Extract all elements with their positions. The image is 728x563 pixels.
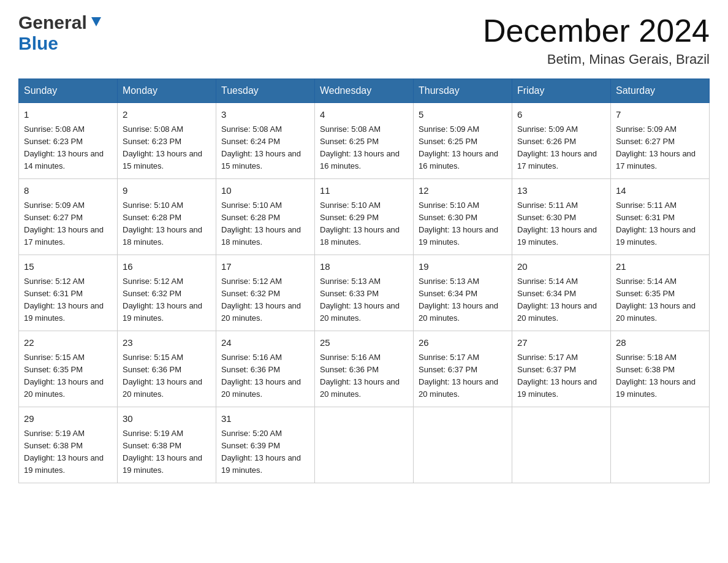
calendar-day-cell: 2Sunrise: 5:08 AMSunset: 6:23 PMDaylight… [118, 103, 216, 179]
day-info: Sunrise: 5:14 AMSunset: 6:34 PMDaylight:… [517, 275, 605, 325]
day-info: Sunrise: 5:11 AMSunset: 6:30 PMDaylight:… [517, 199, 605, 249]
day-number: 17 [221, 260, 309, 274]
day-info: Sunrise: 5:13 AMSunset: 6:33 PMDaylight:… [320, 275, 408, 325]
calendar-day-cell: 21Sunrise: 5:14 AMSunset: 6:35 PMDayligh… [611, 255, 710, 331]
day-number: 19 [419, 260, 507, 274]
calendar-day-cell: 15Sunrise: 5:12 AMSunset: 6:31 PMDayligh… [19, 255, 118, 331]
day-number: 14 [616, 184, 704, 198]
day-number: 25 [320, 336, 408, 350]
day-number: 4 [320, 108, 408, 122]
month-title: December 2024 [483, 12, 710, 49]
calendar-day-cell: 10Sunrise: 5:10 AMSunset: 6:28 PMDayligh… [216, 179, 315, 255]
day-info: Sunrise: 5:16 AMSunset: 6:36 PMDaylight:… [320, 351, 408, 401]
day-info: Sunrise: 5:10 AMSunset: 6:29 PMDaylight:… [320, 199, 408, 249]
day-info: Sunrise: 5:19 AMSunset: 6:38 PMDaylight:… [123, 427, 211, 477]
calendar-week-row: 15Sunrise: 5:12 AMSunset: 6:31 PMDayligh… [19, 255, 710, 331]
day-number: 15 [24, 260, 112, 274]
day-number: 6 [517, 108, 605, 122]
calendar-day-cell: 26Sunrise: 5:17 AMSunset: 6:37 PMDayligh… [414, 331, 512, 407]
day-info: Sunrise: 5:14 AMSunset: 6:35 PMDaylight:… [616, 275, 704, 325]
logo: General Blue [18, 12, 103, 54]
day-number: 18 [320, 260, 408, 274]
day-info: Sunrise: 5:12 AMSunset: 6:32 PMDaylight:… [123, 275, 211, 325]
calendar-header-row: SundayMondayTuesdayWednesdayThursdayFrid… [19, 79, 710, 103]
calendar-day-cell: 5Sunrise: 5:09 AMSunset: 6:25 PMDaylight… [414, 103, 512, 179]
calendar-day-cell: 30Sunrise: 5:19 AMSunset: 6:38 PMDayligh… [118, 407, 216, 483]
calendar-week-row: 8Sunrise: 5:09 AMSunset: 6:27 PMDaylight… [19, 179, 710, 255]
day-info: Sunrise: 5:15 AMSunset: 6:35 PMDaylight:… [24, 351, 112, 401]
day-info: Sunrise: 5:10 AMSunset: 6:30 PMDaylight:… [419, 199, 507, 249]
calendar-day-cell: 24Sunrise: 5:16 AMSunset: 6:36 PMDayligh… [216, 331, 315, 407]
day-number: 28 [616, 336, 704, 350]
empty-cell [611, 407, 710, 483]
day-info: Sunrise: 5:08 AMSunset: 6:25 PMDaylight:… [320, 123, 408, 173]
day-number: 29 [24, 412, 112, 426]
day-number: 30 [123, 412, 211, 426]
calendar-day-cell: 18Sunrise: 5:13 AMSunset: 6:33 PMDayligh… [315, 255, 414, 331]
day-number: 23 [123, 336, 211, 350]
calendar-day-cell: 27Sunrise: 5:17 AMSunset: 6:37 PMDayligh… [512, 331, 611, 407]
day-number: 7 [616, 108, 704, 122]
day-number: 8 [24, 184, 112, 198]
page-header: General Blue December 2024 Betim, Minas … [18, 12, 710, 67]
day-info: Sunrise: 5:08 AMSunset: 6:23 PMDaylight:… [123, 123, 211, 173]
day-info: Sunrise: 5:16 AMSunset: 6:36 PMDaylight:… [221, 351, 309, 401]
calendar-day-cell: 14Sunrise: 5:11 AMSunset: 6:31 PMDayligh… [611, 179, 710, 255]
calendar-day-cell: 9Sunrise: 5:10 AMSunset: 6:28 PMDaylight… [118, 179, 216, 255]
day-info: Sunrise: 5:13 AMSunset: 6:34 PMDaylight:… [419, 275, 507, 325]
day-number: 20 [517, 260, 605, 274]
day-info: Sunrise: 5:17 AMSunset: 6:37 PMDaylight:… [419, 351, 507, 401]
day-info: Sunrise: 5:18 AMSunset: 6:38 PMDaylight:… [616, 351, 704, 401]
calendar-day-cell: 29Sunrise: 5:19 AMSunset: 6:38 PMDayligh… [19, 407, 118, 483]
day-info: Sunrise: 5:08 AMSunset: 6:23 PMDaylight:… [24, 123, 112, 173]
day-info: Sunrise: 5:09 AMSunset: 6:26 PMDaylight:… [517, 123, 605, 173]
day-of-week-tuesday: Tuesday [216, 79, 315, 103]
day-of-week-friday: Friday [512, 79, 611, 103]
day-number: 27 [517, 336, 605, 350]
day-number: 3 [221, 108, 309, 122]
calendar-day-cell: 16Sunrise: 5:12 AMSunset: 6:32 PMDayligh… [118, 255, 216, 331]
day-number: 2 [123, 108, 211, 122]
day-number: 5 [419, 108, 507, 122]
calendar-day-cell: 25Sunrise: 5:16 AMSunset: 6:36 PMDayligh… [315, 331, 414, 407]
day-info: Sunrise: 5:19 AMSunset: 6:38 PMDaylight:… [24, 427, 112, 477]
calendar-week-row: 1Sunrise: 5:08 AMSunset: 6:23 PMDaylight… [19, 103, 710, 179]
calendar-day-cell: 6Sunrise: 5:09 AMSunset: 6:26 PMDaylight… [512, 103, 611, 179]
empty-cell [512, 407, 611, 483]
calendar-day-cell: 13Sunrise: 5:11 AMSunset: 6:30 PMDayligh… [512, 179, 611, 255]
day-info: Sunrise: 5:09 AMSunset: 6:27 PMDaylight:… [24, 199, 112, 249]
calendar-day-cell: 4Sunrise: 5:08 AMSunset: 6:25 PMDaylight… [315, 103, 414, 179]
calendar-day-cell: 20Sunrise: 5:14 AMSunset: 6:34 PMDayligh… [512, 255, 611, 331]
svg-marker-0 [91, 17, 101, 26]
day-info: Sunrise: 5:12 AMSunset: 6:32 PMDaylight:… [221, 275, 309, 325]
day-info: Sunrise: 5:15 AMSunset: 6:36 PMDaylight:… [123, 351, 211, 401]
calendar-day-cell: 28Sunrise: 5:18 AMSunset: 6:38 PMDayligh… [611, 331, 710, 407]
day-number: 13 [517, 184, 605, 198]
day-info: Sunrise: 5:20 AMSunset: 6:39 PMDaylight:… [221, 427, 309, 477]
day-of-week-thursday: Thursday [414, 79, 512, 103]
calendar-week-row: 29Sunrise: 5:19 AMSunset: 6:38 PMDayligh… [19, 407, 710, 483]
day-number: 24 [221, 336, 309, 350]
day-info: Sunrise: 5:10 AMSunset: 6:28 PMDaylight:… [123, 199, 211, 249]
day-number: 11 [320, 184, 408, 198]
day-number: 21 [616, 260, 704, 274]
empty-cell [315, 407, 414, 483]
title-section: December 2024 Betim, Minas Gerais, Brazi… [483, 12, 710, 67]
day-number: 26 [419, 336, 507, 350]
calendar-day-cell: 22Sunrise: 5:15 AMSunset: 6:35 PMDayligh… [19, 331, 118, 407]
day-info: Sunrise: 5:11 AMSunset: 6:31 PMDaylight:… [616, 199, 704, 249]
day-info: Sunrise: 5:10 AMSunset: 6:28 PMDaylight:… [221, 199, 309, 249]
calendar-week-row: 22Sunrise: 5:15 AMSunset: 6:35 PMDayligh… [19, 331, 710, 407]
day-number: 16 [123, 260, 211, 274]
calendar-day-cell: 1Sunrise: 5:08 AMSunset: 6:23 PMDaylight… [19, 103, 118, 179]
day-of-week-wednesday: Wednesday [315, 79, 414, 103]
calendar-day-cell: 31Sunrise: 5:20 AMSunset: 6:39 PMDayligh… [216, 407, 315, 483]
day-info: Sunrise: 5:08 AMSunset: 6:24 PMDaylight:… [221, 123, 309, 173]
logo-general-text: General [18, 12, 87, 33]
calendar-day-cell: 19Sunrise: 5:13 AMSunset: 6:34 PMDayligh… [414, 255, 512, 331]
calendar-table: SundayMondayTuesdayWednesdayThursdayFrid… [18, 79, 710, 483]
calendar-day-cell: 17Sunrise: 5:12 AMSunset: 6:32 PMDayligh… [216, 255, 315, 331]
logo-arrow-icon [89, 15, 103, 31]
calendar-day-cell: 8Sunrise: 5:09 AMSunset: 6:27 PMDaylight… [19, 179, 118, 255]
day-info: Sunrise: 5:17 AMSunset: 6:37 PMDaylight:… [517, 351, 605, 401]
